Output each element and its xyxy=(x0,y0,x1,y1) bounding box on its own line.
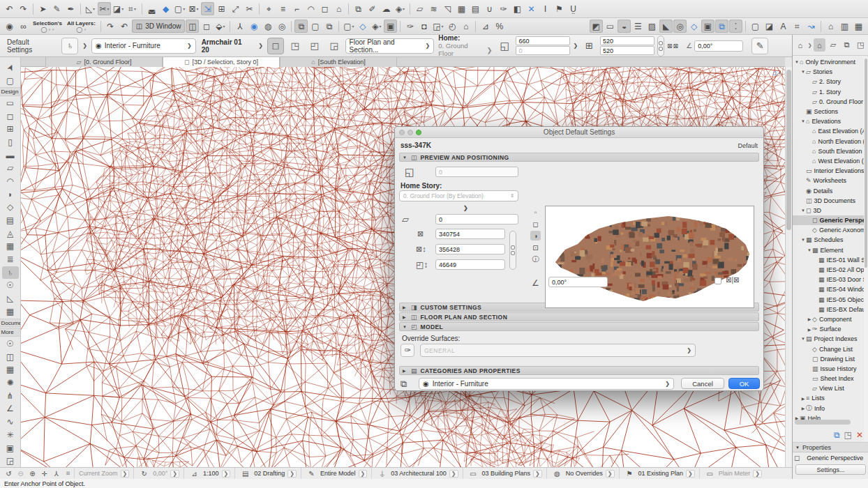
layout-book-tab[interactable]: ⧉ xyxy=(841,38,853,52)
symbol-view-button[interactable]: ◻ xyxy=(267,38,284,54)
tree-horizontal-scrollbar[interactable] xyxy=(795,420,851,425)
curve-arrow-icon[interactable]: ↝ xyxy=(805,20,818,33)
fill-drop-icon[interactable]: ◆ xyxy=(159,2,172,15)
door-tool[interactable]: ◻ xyxy=(2,110,19,123)
roof-slope-icon[interactable]: ◹ xyxy=(441,2,454,15)
tree-item-north-elevation-a[interactable]: ⌂North Elevation (A xyxy=(793,137,865,146)
wall-panel-icon[interactable]: ▱ xyxy=(413,2,426,15)
mesh-fill-icon[interactable]: ▦ xyxy=(455,2,468,15)
size-y-field[interactable] xyxy=(435,244,505,254)
tree-item-3d-documents[interactable]: ◫3D Documents xyxy=(793,196,865,206)
slab-tool[interactable]: ▱ xyxy=(2,162,19,175)
tree-item-sheet-index[interactable]: ▭Sheet Index xyxy=(793,374,865,383)
expander-icon[interactable]: ▶ xyxy=(807,327,812,332)
copy-page-alt-icon[interactable]: ▢ xyxy=(308,20,322,33)
rect-outline-icon[interactable]: ▭ xyxy=(604,20,617,33)
object-tool[interactable]: ♄ xyxy=(2,266,19,279)
cube-iso-button[interactable]: ◲ xyxy=(326,38,343,54)
corner-icon[interactable]: ⌐ xyxy=(290,2,304,15)
proportional-link-toggle[interactable] xyxy=(509,231,516,270)
tool-settings-chevron[interactable]: ❯ xyxy=(81,38,89,54)
expander-icon[interactable]: ▼ xyxy=(800,70,806,74)
tree-item-surface[interactable]: ▶✑Surface xyxy=(793,324,865,334)
new-viewpoint-button[interactable]: ⧉ xyxy=(834,430,840,440)
shade-triangle-icon[interactable]: ◪ xyxy=(763,20,776,33)
tree-item-3d[interactable]: ▼◻3D xyxy=(793,206,865,215)
lamp-tool[interactable]: ☉ xyxy=(2,280,19,292)
beam-tool[interactable]: ▬ xyxy=(2,149,19,162)
walk-person-icon[interactable]: ⅄ xyxy=(233,20,246,33)
car-side-icon[interactable]: ⊿ xyxy=(479,20,492,33)
photo-frame-icon[interactable]: ▣ xyxy=(701,20,714,33)
tab-0-ground-floor[interactable]: ▱[0. Ground Floor] xyxy=(45,57,163,67)
expander-icon[interactable]: ▼ xyxy=(794,60,800,64)
3d-window-button[interactable]: ◫3D Window xyxy=(132,20,186,33)
h-lines-icon[interactable]: ☰ xyxy=(631,20,645,33)
tree-item-issue-history[interactable]: ▥Issue History xyxy=(793,364,865,374)
cube-front-button[interactable]: ◰ xyxy=(306,38,323,54)
copy-frame-icon[interactable]: ⧉ xyxy=(715,20,728,33)
screen-lines-icon[interactable]: ▤ xyxy=(469,2,482,15)
home-story-selector[interactable]: 0. Ground Floor❯ xyxy=(438,42,492,57)
mirror-icons[interactable]: ⊠|⊠ xyxy=(726,276,739,284)
marquee-icon[interactable]: ▢▾ xyxy=(173,2,186,15)
annotate-icon[interactable]: ✐ xyxy=(366,2,379,15)
transform-icon[interactable]: ⧉ xyxy=(352,2,365,15)
spare-button[interactable] xyxy=(771,38,788,54)
cut-cube-icon[interactable]: ◫ xyxy=(186,20,199,33)
cube-rotate-icon[interactable]: ◈▾ xyxy=(370,20,383,33)
sun-tool[interactable]: ✳ xyxy=(2,429,19,441)
tree-item-1-story[interactable]: ▱1. Story xyxy=(793,87,865,97)
angle-field[interactable] xyxy=(694,40,743,52)
home-icon[interactable]: ⌂ xyxy=(332,2,345,15)
zoom-in-icon[interactable]: ⊕ xyxy=(27,470,38,478)
zoom-select-icon[interactable]: ⌗ xyxy=(791,20,804,33)
tree-item-2-story[interactable]: ▱2. Story xyxy=(793,77,865,86)
book-open-icon[interactable]: ▥ xyxy=(838,20,851,33)
view-settings-button[interactable]: Settings... xyxy=(795,464,866,475)
tree-item-stories[interactable]: ▼▱Stories xyxy=(793,67,865,77)
copy-page-icon[interactable]: ⧉ xyxy=(294,20,308,33)
corner-hatch-icon[interactable]: ◩ xyxy=(590,20,603,33)
quick-option-orientation[interactable]: ↻0,00°❯ xyxy=(133,468,184,480)
orbit-globe-icon[interactable]: ◎ xyxy=(275,20,288,33)
abc-select-icon[interactable]: A xyxy=(777,20,790,33)
height-field[interactable] xyxy=(516,36,570,45)
pick-up-params-icon[interactable]: ⌖ xyxy=(262,2,276,15)
tab-3d-selection-story-0[interactable]: ◻[3D / Selection, Story 0] xyxy=(163,57,280,67)
surface-paint-button[interactable]: ✑ xyxy=(401,344,414,357)
mirror-checkboxes[interactable]: ⊠⊠ xyxy=(667,43,679,49)
dots-small-icon[interactable]: ⁚ xyxy=(729,20,742,33)
stretch-icon[interactable]: ⤢ xyxy=(229,2,242,15)
tree-item-ies-03-door-sc[interactable]: ▦IES-03 Door Sc xyxy=(793,275,865,284)
toolbox-header-document[interactable]: Docume xyxy=(0,319,21,328)
confirm-settings-button[interactable]: ✎ xyxy=(751,38,768,54)
stair-tool[interactable]: ≣ xyxy=(2,253,19,266)
delete-button[interactable]: ✕ xyxy=(856,430,863,440)
grid-screen-icon[interactable]: ▦ xyxy=(852,20,865,33)
anchor-offset-field[interactable] xyxy=(435,167,518,177)
tree-item-only-environment[interactable]: ▼⌂Only Environment xyxy=(793,57,865,67)
quick-option-scale[interactable]: ⊿1:100❯ xyxy=(184,468,234,480)
tree-item-ies-02-all-oper[interactable]: ▦IES-02 All Oper xyxy=(793,265,865,275)
zoom-out-icon[interactable]: ⊖ xyxy=(15,470,27,478)
tree-item-details[interactable]: ◉Details xyxy=(793,185,865,195)
selections-group[interactable]: Selection's◯ ◦ ◦ xyxy=(31,19,64,34)
split-icon[interactable]: ◪▾ xyxy=(112,2,125,15)
link-dimensions-toggle[interactable] xyxy=(657,36,664,56)
quick-option-renovation-state[interactable]: ⚑01 Existing Plan❯ xyxy=(619,468,699,480)
symbol-rotate-button[interactable]: ◳ xyxy=(287,38,304,54)
quick-option-current-zoom[interactable]: Current Zoom❯ xyxy=(74,468,133,480)
layer-combo[interactable]: ◉ Interior - Furniture ❯ xyxy=(91,38,196,54)
tree-scrollbar[interactable] xyxy=(864,57,868,452)
tree-item-project-indexes[interactable]: ▼▤Project Indexes xyxy=(793,334,865,344)
home-dashed-icon[interactable]: ⌂ xyxy=(824,20,837,33)
tree-item-0-ground-floor[interactable]: ▱0. Ground Floor xyxy=(793,97,865,107)
preview-info-button[interactable]: ⓘ xyxy=(530,254,541,264)
image-save-icon[interactable]: ▣ xyxy=(384,20,397,33)
view-map-tab[interactable]: ▱ xyxy=(827,38,839,52)
tree-item-element[interactable]: ▼▩Element xyxy=(793,245,865,255)
cube-wire-icon[interactable]: ◻ xyxy=(200,20,213,33)
preview-frame-button[interactable]: ⊡ xyxy=(530,243,541,252)
pipe-u-icon[interactable]: ∪ xyxy=(483,2,496,15)
